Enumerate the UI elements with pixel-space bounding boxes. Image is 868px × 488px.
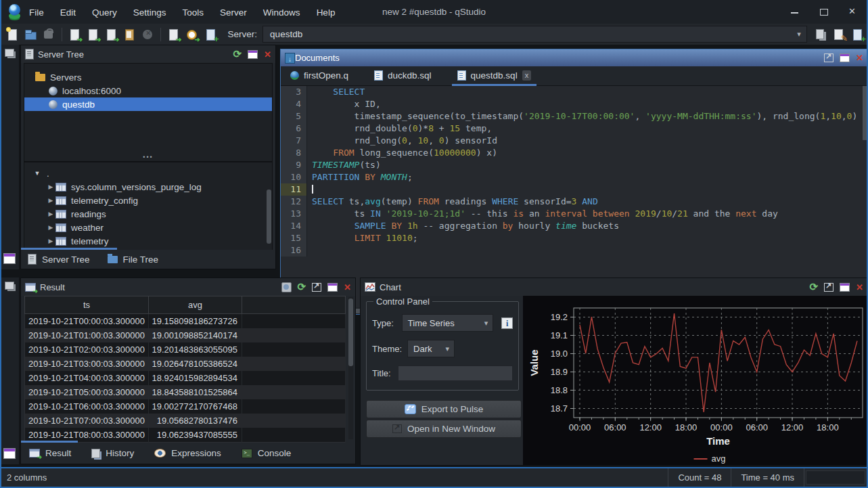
maximize-panel-icon[interactable] — [840, 53, 850, 62]
table-row[interactable]: 2019-10-21T02:00:03.30000019.20148386305… — [25, 342, 346, 357]
table-row[interactable]: 2019-10-21T06:00:03.30000019.00277217076… — [25, 399, 346, 414]
table-row[interactable]: 2019-10-21T00:00:03.30000019.15809818627… — [25, 314, 346, 329]
chart-theme-select[interactable]: Dark — [407, 340, 455, 357]
bottom-tab-console[interactable]: Console — [242, 448, 292, 458]
result-scrollbar[interactable] — [348, 297, 353, 439]
menu-file[interactable]: File — [29, 7, 44, 18]
close-panel-icon[interactable] — [344, 282, 351, 292]
add-server-icon[interactable] — [850, 28, 865, 41]
tree-item-table[interactable]: ▶readings — [24, 207, 272, 221]
clipboard-icon[interactable] — [122, 28, 137, 41]
restore-window-icon[interactable] — [3, 253, 16, 264]
menu-edit[interactable]: Edit — [60, 7, 76, 18]
run-query-icon[interactable] — [68, 28, 82, 41]
editor-line: 5 timestamp_sequence(to_timestamp('2019-… — [281, 110, 867, 123]
minimize-icon[interactable] — [790, 7, 799, 16]
editor-line: 7 rnd_long(0, 10, 0) sensorId — [281, 135, 867, 147]
schedule-query-icon[interactable] — [185, 28, 199, 41]
tables-tree-scrollbar[interactable] — [267, 190, 271, 244]
bottom-tab-result[interactable]: Result — [29, 448, 71, 458]
add-script-icon[interactable] — [204, 28, 218, 41]
tree-item-table[interactable]: ▶weather — [24, 221, 272, 234]
folder-icon — [108, 256, 118, 263]
send-query-icon[interactable] — [166, 28, 181, 41]
chevron-down-icon[interactable]: ▼ — [32, 170, 42, 177]
info-icon[interactable] — [501, 317, 513, 329]
column-header[interactable] — [242, 296, 346, 314]
close-tab-icon[interactable]: x — [522, 70, 532, 81]
close-panel-icon[interactable] — [264, 49, 271, 60]
bottom-tab-history[interactable]: History — [91, 448, 134, 458]
tree-item-server[interactable]: questdb — [24, 97, 272, 111]
side-tab-server-tree[interactable]: Server Tree — [28, 254, 90, 265]
menu-settings[interactable]: Settings — [133, 7, 166, 18]
chevron-right-icon[interactable]: ▶ — [46, 224, 55, 231]
column-header[interactable]: ts — [25, 296, 149, 314]
chart-title-input[interactable] — [398, 365, 513, 381]
line-number: 12 — [281, 196, 307, 208]
run-line-icon[interactable] — [86, 28, 100, 41]
chevron-right-icon[interactable]: ▶ — [46, 210, 55, 217]
tree-item-db-root[interactable]: ▼ . — [24, 167, 272, 180]
menu-server[interactable]: Server — [220, 7, 247, 18]
tree-item-table[interactable]: ▶telemetry — [24, 234, 272, 248]
new-document-icon[interactable] — [5, 28, 20, 41]
menu-query[interactable]: Query — [92, 7, 117, 18]
run-selection-icon[interactable] — [104, 28, 118, 41]
chevron-right-icon[interactable]: ▶ — [46, 197, 55, 204]
export-result-icon[interactable] — [281, 282, 292, 292]
column-header[interactable]: avg — [149, 296, 242, 314]
chevron-right-icon[interactable]: ▶ — [46, 183, 55, 190]
maximize-icon[interactable] — [819, 7, 828, 16]
refresh-icon[interactable] — [810, 282, 819, 292]
restore-window-icon[interactable] — [3, 448, 16, 459]
close-icon[interactable] — [848, 7, 857, 16]
text-caret — [312, 185, 313, 194]
export-to-pulse-button[interactable]: Export to Pulse — [366, 400, 522, 418]
table-row[interactable]: 2019-10-21T05:00:03.30000018.84358810152… — [25, 385, 346, 399]
chart-icon — [365, 282, 375, 292]
stacked-windows-icon[interactable] — [5, 282, 14, 290]
popout-icon[interactable] — [824, 53, 833, 62]
edit-server-icon[interactable] — [832, 28, 846, 41]
table-row[interactable]: 2019-10-21T04:00:03.30000018.92401598289… — [25, 371, 346, 385]
chart-type-select[interactable]: Time Series — [402, 314, 494, 332]
tree-item-servers-root[interactable]: Servers — [24, 70, 272, 84]
menu-help[interactable]: Help — [317, 7, 336, 18]
stacked-windows-icon[interactable] — [5, 49, 14, 57]
maximize-panel-icon[interactable] — [327, 283, 338, 292]
code-text: SELECT — [307, 86, 365, 98]
menu-windows[interactable]: Windows — [263, 7, 300, 18]
open-in-new-window-button[interactable]: Open in New Window — [366, 420, 522, 438]
table-name: sys.column_versions_purge_log — [71, 182, 202, 192]
doc-tab-questdb.sql[interactable]: questdb.sqlx — [456, 67, 533, 85]
bottom-tab-expressions[interactable]: Expressions — [154, 448, 221, 458]
maximize-panel-icon[interactable] — [248, 50, 258, 59]
documents-icon — [285, 53, 295, 64]
doc-tab-firstOpen.q[interactable]: firstOpen.q — [289, 67, 350, 85]
popout-icon[interactable] — [824, 283, 833, 292]
menu-tools[interactable]: Tools — [183, 7, 204, 18]
close-panel-icon[interactable] — [856, 282, 863, 292]
tree-item-table[interactable]: ▶telemetry_config — [24, 194, 272, 207]
sql-editor[interactable]: 3 SELECT4 x ID,5 timestamp_sequence(to_t… — [281, 86, 867, 307]
result-table[interactable]: tsavg 2019-10-21T00:00:03.30000019.15809… — [24, 296, 346, 443]
open-file-icon[interactable] — [24, 28, 38, 41]
chevron-right-icon[interactable]: ▶ — [46, 238, 55, 244]
maximize-panel-icon[interactable] — [840, 283, 850, 292]
table-row[interactable]: 2019-10-21T03:00:03.30000019.02647810538… — [25, 357, 346, 371]
table-row[interactable]: 2019-10-21T01:00:03.30000019.00109885214… — [25, 328, 346, 342]
refresh-icon[interactable] — [298, 282, 306, 292]
doc-tab-duckdb.sql[interactable]: duckdb.sql — [373, 67, 433, 85]
server-select[interactable]: questdb — [262, 26, 807, 43]
side-tab-file-tree[interactable]: File Tree — [108, 254, 159, 265]
tree-item-server[interactable]: localhost:6000 — [24, 84, 272, 97]
table-row[interactable]: 2019-10-21T07:00:03.30000019.05682780137… — [25, 414, 346, 428]
close-panel-icon[interactable] — [856, 53, 863, 63]
popout-icon[interactable] — [312, 283, 321, 292]
tree-splitter[interactable] — [24, 155, 273, 160]
editor-vertical-scrollbar[interactable] — [862, 86, 867, 307]
tree-item-table[interactable]: ▶sys.column_versions_purge_log — [24, 180, 272, 194]
copy-server-icon[interactable] — [814, 28, 828, 41]
refresh-icon[interactable] — [233, 49, 242, 60]
